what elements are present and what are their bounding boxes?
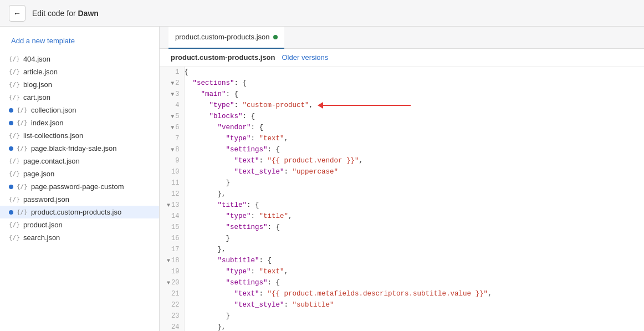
sidebar-item-label: search.json — [23, 233, 60, 242]
punctuation: , — [309, 100, 314, 111]
back-icon: ← — [13, 9, 21, 18]
sidebar-item-page-black-friday[interactable]: {/} page.black-friday-sale.json — [0, 142, 159, 155]
sidebar-item-page[interactable]: {/} page.json — [0, 167, 159, 180]
json-key: "vendor" — [218, 122, 251, 133]
whitespace — [185, 78, 193, 89]
punctuation: , — [284, 266, 289, 277]
file-icon: {/} — [9, 170, 20, 177]
punctuation: , — [288, 211, 293, 222]
sidebar-item-password[interactable]: {/} password.json — [0, 193, 159, 206]
code-line: "settings": { — [185, 277, 645, 288]
json-key: "blocks" — [209, 111, 243, 122]
whitespace — [185, 255, 218, 266]
sidebar-item-product-custom[interactable]: {/} product.custom-products.jso — [0, 206, 159, 218]
top-bar-title: Edit code for Dawn — [32, 9, 99, 18]
line-number: 7 — [160, 133, 184, 144]
whitespace — [185, 266, 226, 277]
sidebar-item-label: page.password-page-custom — [31, 182, 124, 191]
sidebar-item-cart[interactable]: {/} cart.json — [0, 91, 159, 104]
file-icon: {/} — [9, 55, 20, 63]
punctuation: : { — [226, 89, 239, 100]
sidebar-item-label: product.json — [23, 221, 63, 229]
collapse-arrow[interactable]: ▼ — [167, 280, 170, 286]
json-key: "text_style" — [234, 299, 284, 310]
json-key: "text_style" — [234, 166, 284, 177]
punctuation: , — [284, 133, 289, 144]
code-editor[interactable]: 1▼2▼34▼5▼67▼89101112▼1314151617▼1819▼202… — [160, 67, 644, 331]
template-string: "{{ product.metafields.descriptors.subti… — [268, 288, 488, 299]
code-line: } — [185, 233, 645, 244]
sidebar-item-label: page.black-friday-sale.json — [31, 144, 117, 152]
whitespace — [185, 299, 234, 310]
add-template-link[interactable]: Add a new template — [0, 33, 159, 48]
json-key: "type" — [226, 211, 251, 222]
file-icon: {/} — [9, 234, 20, 241]
file-icon: {/} — [9, 157, 20, 165]
older-versions-link[interactable]: Older versions — [282, 53, 329, 62]
back-button[interactable]: ← — [9, 5, 25, 22]
line-number: 24 — [160, 322, 184, 331]
sidebar-item-search[interactable]: {/} search.json — [0, 231, 159, 244]
punctuation: } — [226, 233, 231, 244]
whitespace — [185, 133, 226, 144]
line-number: 23 — [160, 310, 184, 322]
line-number: 15 — [160, 222, 184, 233]
punctuation: : { — [268, 144, 280, 155]
sidebar-item-label: password.json — [23, 195, 69, 203]
file-icon: {/} — [9, 68, 20, 75]
line-numbers: 1▼2▼34▼5▼67▼89101112▼1314151617▼1819▼202… — [160, 67, 184, 331]
code-line: "text": "{{ product.vendor }}", — [185, 155, 645, 166]
json-string: "subtitle" — [293, 299, 334, 310]
json-key: "type" — [226, 266, 251, 277]
whitespace — [185, 144, 226, 155]
collapse-arrow[interactable]: ▼ — [171, 80, 174, 86]
sidebar-item-page-password-custom[interactable]: {/} page.password-page-custom — [0, 180, 159, 193]
sidebar-item-article[interactable]: {/} article.json — [0, 65, 159, 78]
sidebar-item-label: blog.json — [23, 80, 52, 89]
sidebar-item-index[interactable]: {/} index.json — [0, 116, 159, 129]
collapse-arrow[interactable]: ▼ — [171, 147, 174, 153]
tab-filename: product.custom-products.json — [175, 33, 270, 41]
sidebar-item-label: article.json — [23, 68, 58, 76]
sidebar-item-404[interactable]: {/} 404.json — [0, 53, 159, 65]
punctuation: : — [234, 100, 243, 111]
whitespace — [185, 100, 209, 111]
punctuation: : — [284, 299, 293, 310]
json-key: "type" — [226, 133, 251, 144]
dot-indicator — [9, 108, 13, 113]
json-string: "uppercase" — [293, 166, 339, 177]
sidebar-item-label: page.contact.json — [23, 157, 80, 165]
sidebar-item-page-contact[interactable]: {/} page.contact.json — [0, 155, 159, 167]
file-icon: {/} — [9, 94, 20, 101]
collapse-arrow[interactable]: ▼ — [171, 114, 174, 120]
line-number: 19 — [160, 266, 184, 277]
code-line: }, — [185, 189, 645, 200]
sidebar-items: {/} 404.json {/} article.json {/} blog.j… — [0, 53, 159, 244]
code-line: "settings": { — [185, 144, 645, 155]
collapse-arrow[interactable]: ▼ — [171, 125, 174, 131]
sidebar-item-product[interactable]: {/} product.json — [0, 218, 159, 231]
code-line: "vendor": { — [185, 122, 645, 133]
tab-product-custom[interactable]: product.custom-products.json — [168, 27, 284, 49]
red-arrow-annotation — [322, 105, 411, 106]
sidebar-item-blog[interactable]: {/} blog.json — [0, 78, 159, 91]
collapse-arrow[interactable]: ▼ — [167, 258, 170, 264]
punctuation: : — [259, 155, 268, 166]
json-string: "text" — [259, 266, 284, 277]
file-header: product.custom-products.json Older versi… — [160, 49, 644, 67]
whitespace — [185, 155, 234, 166]
file-icon: {/} — [17, 208, 28, 216]
code-line: } — [185, 177, 645, 189]
json-key: "sections" — [193, 78, 234, 89]
code-line: { — [185, 67, 645, 78]
file-icon: {/} — [9, 81, 20, 88]
code-line: "type": "text", — [185, 133, 645, 144]
code-rows: 1▼2▼34▼5▼67▼89101112▼1314151617▼1819▼202… — [160, 67, 644, 331]
sidebar-item-list-collections[interactable]: {/} list-collections.json — [0, 129, 159, 142]
code-line: }, — [185, 244, 645, 255]
sidebar-item-label: product.custom-products.jso — [31, 208, 121, 216]
sidebar-item-collection[interactable]: {/} collection.json — [0, 104, 159, 116]
collapse-arrow[interactable]: ▼ — [171, 91, 174, 98]
line-number: ▼8 — [160, 144, 184, 155]
collapse-arrow[interactable]: ▼ — [167, 202, 170, 208]
